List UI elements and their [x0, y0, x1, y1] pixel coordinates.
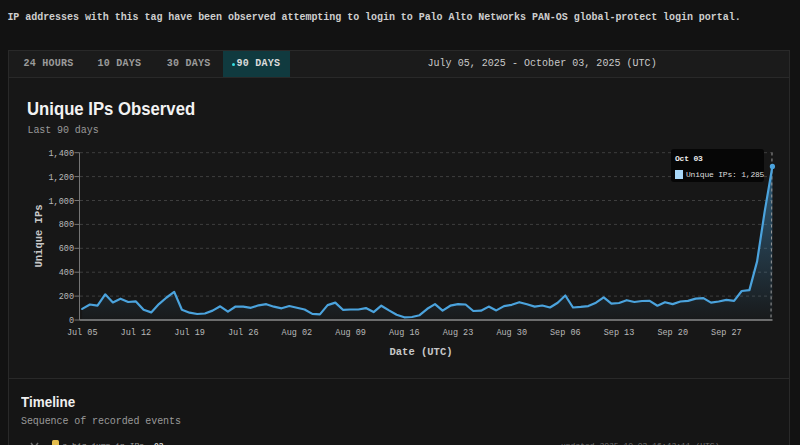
svg-text:Sep 13: Sep 13	[604, 328, 635, 338]
svg-text:Aug 09: Aug 09	[335, 328, 366, 338]
svg-text:Unique IPs: Unique IPs	[33, 204, 45, 267]
svg-text:Sep 20: Sep 20	[657, 328, 688, 338]
svg-text:400: 400	[59, 268, 74, 278]
svg-text:Aug 23: Aug 23	[443, 328, 474, 338]
svg-text:200: 200	[59, 292, 74, 302]
svg-text:600: 600	[59, 244, 74, 254]
svg-text:Aug 30: Aug 30	[496, 328, 527, 338]
svg-text:Date (UTC): Date (UTC)	[389, 346, 452, 358]
svg-text:1,400: 1,400	[48, 149, 74, 159]
svg-text:800: 800	[59, 220, 74, 230]
svg-text:Sep 27: Sep 27	[711, 328, 742, 338]
svg-text:Jul 26: Jul 26	[228, 328, 259, 338]
svg-text:1,200: 1,200	[48, 173, 74, 183]
svg-text:Sep 06: Sep 06	[550, 328, 581, 338]
svg-text:Jul 05: Jul 05	[67, 328, 98, 338]
svg-text:1,000: 1,000	[48, 197, 74, 207]
svg-text:Jul 19: Jul 19	[174, 328, 205, 338]
svg-text:Aug 16: Aug 16	[389, 328, 420, 338]
svg-text:Aug 02: Aug 02	[282, 328, 313, 338]
svg-text:0: 0	[69, 316, 74, 326]
svg-text:Jul 12: Jul 12	[121, 328, 152, 338]
